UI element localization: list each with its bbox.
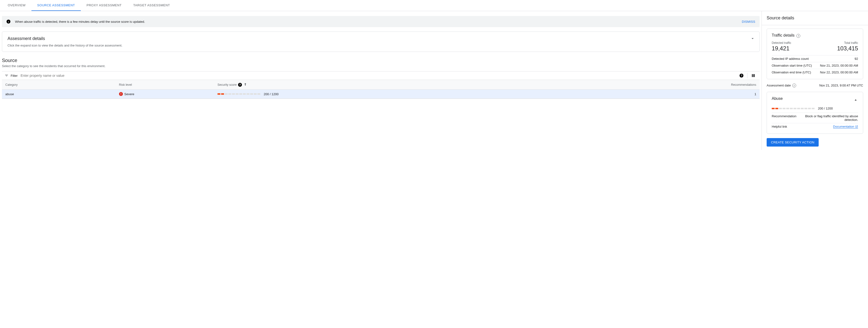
cell-recommendations: 1 [608, 90, 760, 99]
assessment-date-value: Nov 21, 2023, 9:00:47 PM UTC [819, 84, 863, 87]
documentation-link-text: Documentation [833, 125, 854, 128]
score-bar [217, 93, 260, 95]
col-category[interactable]: Category [2, 80, 116, 90]
abuse-heading: Abuse [772, 97, 783, 101]
assessment-details-title: Assessment details [7, 36, 754, 41]
filter-icon [4, 74, 9, 78]
sort-ascending-icon[interactable] [243, 82, 247, 87]
source-subtitle: Select the category to see the incidents… [2, 64, 760, 71]
ip-count-label: Detected IP address count [772, 57, 809, 60]
recommendation-value: Block or flag traffic identified by abus… [802, 114, 858, 121]
col-recommendations[interactable]: Recommendations [608, 80, 760, 90]
assessment-date-row: Assessment date i Nov 21, 2023, 9:00:47 … [767, 84, 863, 88]
cell-category: abuse [2, 90, 116, 99]
assessment-date-label: Assessment date [767, 84, 791, 87]
risk-text: Severe [124, 92, 134, 96]
tab-overview[interactable]: OVERVIEW [2, 0, 31, 11]
main-content: i When abuse traffic is detected, there … [0, 11, 762, 150]
dismiss-button[interactable]: DISMISS [742, 20, 755, 24]
help-icon[interactable]: ? [739, 73, 744, 78]
documentation-link[interactable]: Documentation [833, 125, 858, 129]
collapse-icon[interactable] [853, 98, 858, 103]
col-risk[interactable]: Risk level [116, 80, 214, 90]
info-icon[interactable]: i [796, 33, 800, 38]
score-text: 200 / 1200 [264, 92, 278, 96]
obs-end-value: Nov 22, 2023, 00:00:00 AM [820, 71, 858, 74]
columns-icon[interactable] [751, 73, 756, 78]
alert-message: When abuse traffic is detected, there is… [15, 20, 742, 24]
source-title: Source [2, 56, 760, 64]
helpful-link-label: Helpful link [772, 125, 787, 129]
abuse-score-bar [772, 108, 814, 109]
obs-start-label: Observation start time (UTC) [772, 64, 812, 67]
source-details-panel: Source details Traffic details i Detecte… [762, 11, 868, 150]
source-table: Category Risk level Security score ? [2, 80, 760, 99]
source-details-title: Source details [762, 11, 868, 25]
detected-traffic-value: 19,421 [772, 45, 791, 52]
ip-count-value: 92 [855, 57, 858, 60]
traffic-details-card: Traffic details i Detected traffic 19,42… [767, 29, 863, 79]
info-alert: i When abuse traffic is detected, there … [2, 16, 760, 27]
assessment-details-subtitle: Click the expand icon to view the detail… [7, 44, 754, 47]
help-icon[interactable]: ? [238, 83, 242, 87]
detected-traffic-label: Detected traffic [772, 41, 791, 45]
tabs-bar: OVERVIEW SOURCE ASSESSMENT PROXY ASSESSM… [0, 0, 868, 11]
abuse-card: Abuse 200 / 1200 Recommendation Block or… [767, 92, 863, 134]
filter-label: Filter [11, 74, 18, 78]
info-icon: i [6, 19, 11, 24]
filter-input[interactable] [21, 74, 739, 78]
expand-icon[interactable] [750, 36, 755, 42]
col-score[interactable]: Security score ? [214, 80, 608, 90]
create-security-action-button[interactable]: CREATE SECURITY ACTION [767, 138, 819, 146]
info-icon[interactable]: i [792, 84, 796, 88]
total-traffic-label: Total traffic [837, 41, 858, 45]
obs-start-value: Nov 21, 2023, 00:00:00 AM [820, 64, 858, 67]
table-row[interactable]: abuseSevere200 / 12001 [2, 90, 760, 99]
recommendation-label: Recommendation [772, 114, 796, 121]
total-traffic-value: 103,415 [837, 45, 858, 52]
assessment-details-card: Assessment details Click the expand icon… [2, 31, 760, 52]
obs-end-label: Observation end time (UTC) [772, 71, 811, 74]
tab-source-assessment[interactable]: SOURCE ASSESSMENT [31, 0, 81, 11]
tab-target-assessment[interactable]: TARGET ASSESSMENT [127, 0, 176, 11]
cell-risk: Severe [116, 90, 214, 99]
col-score-label: Security score [217, 83, 237, 86]
severe-icon [119, 92, 123, 96]
filter-bar: Filter ? [2, 71, 760, 80]
cell-score: 200 / 1200 [214, 90, 608, 99]
abuse-score-text: 200 / 1200 [818, 107, 833, 110]
traffic-details-heading: Traffic details [772, 33, 795, 37]
tab-proxy-assessment[interactable]: PROXY ASSESSMENT [81, 0, 127, 11]
